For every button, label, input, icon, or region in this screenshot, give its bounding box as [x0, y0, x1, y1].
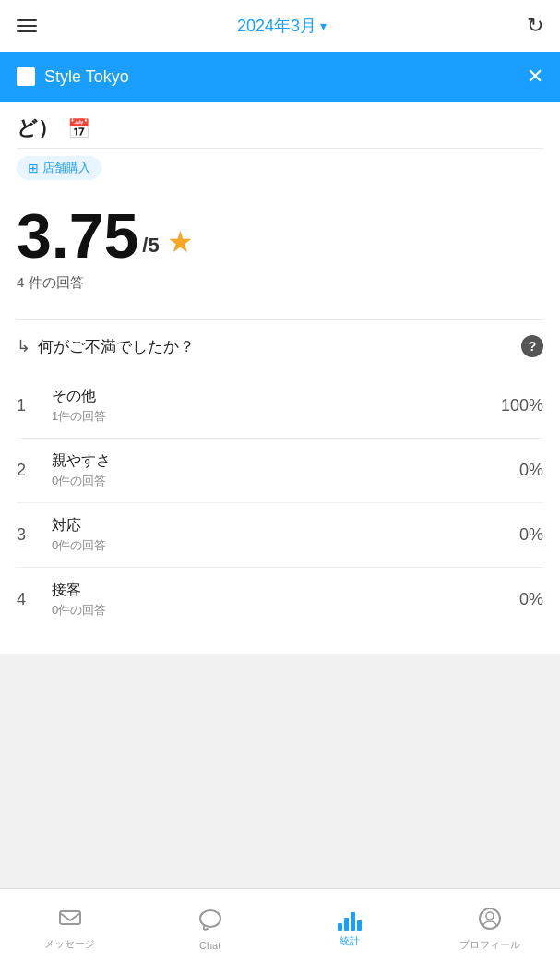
current-date: 2024年3月: [237, 15, 316, 37]
store-info: Style Tokyo: [17, 67, 129, 87]
main-content: ど） 📅 ⊞ 店舗購入 3.75 /5 ★ 4 件の回答 ↳ 何がご不満でしたか…: [0, 102, 560, 654]
item-sub-1: 1件の回答: [52, 408, 501, 425]
item-label-1: その他: [52, 387, 501, 406]
item-pct-3: 0%: [519, 525, 543, 545]
nav-item-stats[interactable]: 統計: [280, 903, 421, 948]
list-item: 3 対応 0件の回答 0%: [17, 503, 543, 568]
nav-label-chat: Chat: [199, 940, 220, 951]
top-bar: 2024年3月 ▾ ↻: [0, 0, 560, 52]
nav-label-stats: 統計: [340, 934, 360, 948]
divider: [17, 319, 543, 320]
svg-point-1: [200, 910, 220, 927]
bottom-navigation: メッセージ Chat 統計: [0, 888, 560, 962]
item-sub-3: 0件の回答: [52, 537, 519, 554]
tag-label: 店舗購入: [42, 160, 90, 176]
nav-item-messages[interactable]: メッセージ: [0, 900, 140, 951]
rank-2: 2: [17, 461, 42, 480]
rating-denom: /5: [142, 234, 159, 258]
response-list: 1 その他 1件の回答 100% 2 親やすさ 0件の回答 0% 3 対応 0件…: [17, 374, 543, 631]
item-info-4: 接客 0件の回答: [52, 581, 519, 619]
item-sub-4: 0件の回答: [52, 602, 519, 619]
item-label-2: 親やすさ: [52, 451, 519, 471]
list-item: 4 接客 0件の回答 0%: [17, 568, 543, 631]
calendar-icon: 📅: [67, 117, 90, 139]
chevron-down-icon: ▾: [320, 18, 327, 33]
store-header: Style Tokyo ✕: [0, 52, 560, 102]
nav-item-chat[interactable]: Chat: [140, 901, 280, 951]
partial-row: ど） 📅: [17, 102, 543, 149]
rating-section: 3.75 /5 ★ 4 件の回答: [17, 195, 543, 310]
layers-icon: ⊞: [28, 161, 39, 175]
nav-label-profile: プロフィール: [459, 938, 520, 952]
question-header: ↳ 何がご不満でしたか？ ?: [17, 335, 543, 357]
svg-point-3: [486, 912, 494, 920]
item-pct-4: 0%: [519, 590, 543, 609]
item-info-2: 親やすさ 0件の回答: [52, 451, 519, 489]
item-label-4: 接客: [52, 581, 519, 600]
messages-icon: [58, 908, 82, 933]
svg-rect-0: [60, 911, 80, 924]
store-icon: [17, 67, 35, 86]
rank-4: 4: [17, 590, 42, 609]
rating-count: 4 件の回答: [17, 274, 543, 292]
help-icon[interactable]: ?: [521, 335, 543, 357]
partial-text: ど）: [17, 114, 58, 142]
store-name: Style Tokyo: [44, 67, 129, 87]
list-item: 2 親やすさ 0件の回答 0%: [17, 439, 543, 503]
date-selector[interactable]: 2024年3月 ▾: [237, 15, 327, 37]
close-button[interactable]: ✕: [527, 66, 543, 87]
rating-number: 3.75: [17, 204, 138, 267]
stats-icon: [338, 910, 362, 931]
item-sub-2: 0件の回答: [52, 473, 519, 489]
list-item: 1 その他 1件の回答 100%: [17, 374, 543, 439]
item-info-3: 対応 0件の回答: [52, 516, 519, 554]
item-pct-1: 100%: [501, 396, 543, 415]
bottom-spacer: [0, 654, 560, 737]
item-info-1: その他 1件の回答: [52, 387, 501, 425]
question-left: ↳ 何がご不満でしたか？: [17, 336, 195, 357]
question-text: 何がご不満でしたか？: [38, 336, 195, 357]
rank-1: 1: [17, 396, 42, 415]
refresh-button[interactable]: ↻: [527, 16, 543, 36]
rating-display: 3.75 /5 ★: [17, 204, 543, 267]
item-label-3: 対応: [52, 516, 519, 535]
nav-item-profile[interactable]: プロフィール: [420, 899, 560, 952]
item-pct-2: 0%: [519, 461, 543, 480]
store-purchase-tag[interactable]: ⊞ 店舗購入: [17, 156, 101, 180]
menu-button[interactable]: [17, 19, 37, 32]
rank-3: 3: [17, 525, 42, 545]
chat-icon: [198, 908, 222, 936]
star-icon: ★: [167, 224, 194, 259]
profile-icon: [478, 907, 502, 934]
reply-arrow-icon: ↳: [17, 336, 30, 356]
nav-label-messages: メッセージ: [44, 937, 95, 951]
